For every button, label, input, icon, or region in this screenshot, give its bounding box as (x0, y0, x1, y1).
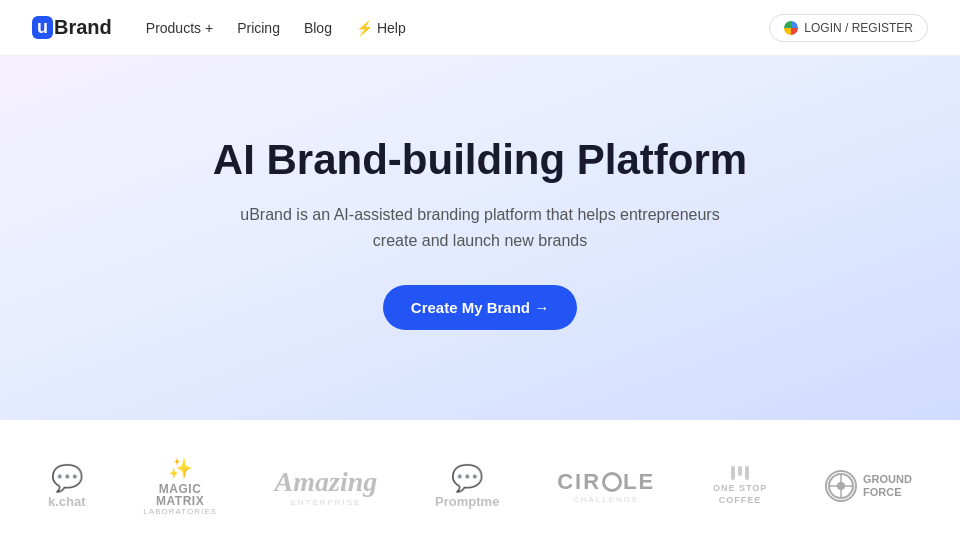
logo-circle: CIR LE CHALLENGE (557, 469, 655, 504)
circle-logo-group: CIR LE (557, 469, 655, 495)
kchat-icon: 💬 (51, 463, 83, 494)
logo[interactable]: uBrand (32, 16, 112, 39)
logos-strip: 💬 k.chat ✨ MAGIC MATRIX LABORATORIES Ama… (0, 420, 960, 540)
promptme-label: Promptme (435, 494, 499, 509)
cta-button[interactable]: Create My Brand → (383, 285, 577, 330)
login-label: LOGIN / REGISTER (804, 21, 913, 35)
magic-sub: LABORATORIES (143, 507, 217, 516)
hero-section: AI Brand-building Platform uBrand is an … (0, 56, 960, 420)
nav-help[interactable]: ⚡ Help (346, 14, 416, 42)
onestop-icon (731, 466, 749, 480)
help-icon: ⚡ (356, 20, 373, 36)
promptme-icon: 💬 (451, 463, 483, 494)
onestop-label: ONE STOPCOFFEE (713, 482, 767, 507)
circle-o (602, 472, 622, 492)
google-icon (784, 21, 798, 35)
login-button[interactable]: LOGIN / REGISTER (769, 14, 928, 42)
amazing-label: Amazing (275, 466, 378, 498)
magic-icon: ✨ (168, 456, 193, 480)
kchat-label: k.chat (48, 494, 86, 509)
logo-magic-matrix: ✨ MAGIC MATRIX LABORATORIES (143, 456, 217, 516)
nav-products[interactable]: Products + (136, 14, 223, 42)
hero-headline: AI Brand-building Platform (20, 136, 940, 184)
navbar: uBrand Products + Pricing Blog ⚡ Help LO… (0, 0, 960, 56)
hero-subtext: uBrand is an AI-assisted branding platfo… (220, 202, 740, 253)
nav-left: uBrand Products + Pricing Blog ⚡ Help (32, 14, 416, 42)
logo-amazing: Amazing ENTERPRISE (275, 466, 378, 507)
logo-one-stop-coffee: ONE STOPCOFFEE (713, 466, 767, 507)
logo-promptme: 💬 Promptme (435, 463, 499, 509)
logo-kchat: 💬 k.chat (48, 463, 86, 509)
logo-ground-force: GROUND FORCE (825, 470, 912, 502)
nav-blog[interactable]: Blog (294, 14, 342, 42)
logo-u: u (32, 16, 53, 39)
nav-pricing[interactable]: Pricing (227, 14, 290, 42)
logo-brand: Brand (54, 16, 112, 39)
circle-sub: CHALLENGE (573, 495, 639, 504)
nav-help-label: Help (377, 20, 406, 36)
gf-text: GROUND FORCE (863, 473, 912, 499)
amazing-sub: ENTERPRISE (290, 498, 361, 507)
gf-icon (825, 470, 857, 502)
svg-point-3 (837, 482, 845, 490)
